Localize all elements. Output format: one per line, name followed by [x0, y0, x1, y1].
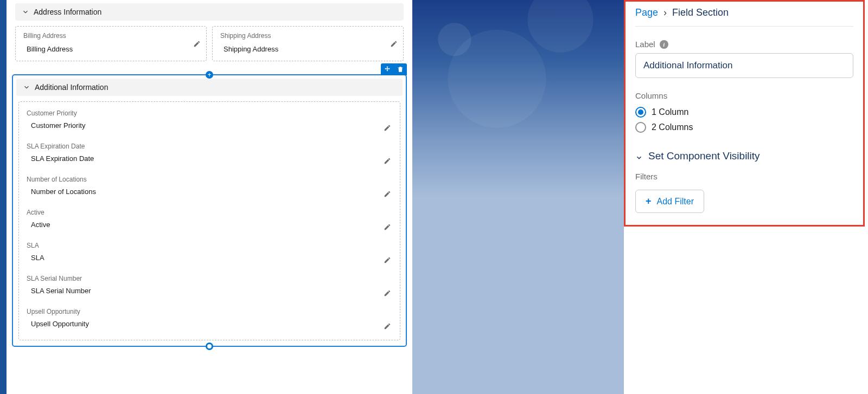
- info-icon[interactable]: i: [660, 40, 668, 49]
- property-label-text: Label: [635, 40, 655, 49]
- dot-icon: [207, 344, 212, 348]
- field-label: SLA Expiration Date: [27, 143, 392, 150]
- component-visibility-toggle[interactable]: Set Component Visibility: [635, 135, 853, 162]
- pencil-icon[interactable]: [384, 289, 391, 297]
- field-value: Customer Priority: [27, 117, 392, 135]
- plus-icon: +: [646, 196, 652, 207]
- visibility-title: Set Component Visibility: [648, 150, 760, 162]
- pencil-icon[interactable]: [384, 190, 391, 198]
- radio-label: 1 Column: [652, 107, 688, 117]
- pencil-icon[interactable]: [193, 40, 201, 48]
- label-property: Label i: [635, 27, 853, 78]
- field-shipping-address[interactable]: Shipping Address Shipping Address: [212, 26, 404, 61]
- field-label: SLA Serial Number: [27, 275, 392, 282]
- delete-button[interactable]: [394, 63, 407, 75]
- field-value: SLA: [27, 249, 392, 267]
- field-value: Shipping Address: [220, 45, 395, 53]
- pencil-icon[interactable]: [384, 124, 391, 132]
- field-sla[interactable]: SLA SLA: [24, 236, 394, 269]
- field-active[interactable]: Active Active: [24, 203, 394, 236]
- selection-toolbar: [381, 63, 407, 75]
- field-sla-expiration-date[interactable]: SLA Expiration Date SLA Expiration Date: [24, 137, 394, 170]
- breadcrumb: Page › Field Section: [635, 4, 853, 27]
- field-label: Active: [27, 209, 392, 216]
- field-value: Billing Address: [23, 45, 199, 53]
- add-filter-label: Add Filter: [657, 197, 694, 206]
- breadcrumb-current: Field Section: [672, 7, 729, 18]
- breadcrumb-separator: ›: [663, 7, 667, 18]
- background-decoration: [412, 0, 624, 394]
- field-customer-priority[interactable]: Customer Priority Customer Priority: [24, 104, 394, 137]
- chevron-down-icon: [635, 152, 643, 160]
- field-value: Upsell Opportunity: [27, 315, 392, 333]
- field-sla-serial-number[interactable]: SLA Serial Number SLA Serial Number: [24, 269, 394, 302]
- field-value: Number of Locations: [27, 183, 392, 201]
- breadcrumb-page-link[interactable]: Page: [635, 7, 658, 18]
- insert-above-button[interactable]: +: [206, 71, 213, 79]
- address-fields-row: Billing Address Billing Address Shipping…: [15, 21, 404, 64]
- pencil-icon[interactable]: [384, 322, 391, 330]
- field-label: Upsell Opportunity: [27, 308, 392, 315]
- property-label-text: Columns: [635, 91, 667, 100]
- columns-property: Columns 1 Column 2 Columns: [635, 78, 853, 135]
- insert-below-button[interactable]: [206, 343, 213, 350]
- label-input[interactable]: [635, 53, 853, 78]
- property-label-row: Label i: [635, 40, 853, 49]
- highlighted-region: Page › Field Section Label i Columns 1 C…: [624, 0, 865, 227]
- property-label-text: Filters: [635, 172, 658, 181]
- radio-1-column[interactable]: 1 Column: [635, 105, 853, 120]
- fields-container: Customer Priority Customer Priority SLA …: [18, 101, 400, 340]
- move-button[interactable]: [381, 63, 394, 75]
- section-title: Additional Information: [35, 83, 108, 92]
- section-header-additional[interactable]: Additional Information: [16, 79, 403, 96]
- pencil-icon[interactable]: [390, 40, 398, 48]
- add-filter-button[interactable]: + Add Filter: [635, 190, 704, 213]
- chevron-down-icon: [23, 83, 30, 91]
- field-billing-address[interactable]: Billing Address Billing Address: [15, 26, 207, 61]
- field-label: Number of Locations: [27, 176, 392, 183]
- radio-label: 2 Columns: [652, 122, 693, 132]
- field-number-of-locations[interactable]: Number of Locations Number of Locations: [24, 170, 394, 203]
- property-label-row: Filters: [635, 172, 853, 181]
- pencil-icon[interactable]: [384, 223, 391, 231]
- section-title: Address Information: [34, 8, 101, 16]
- field-label: Shipping Address: [220, 32, 395, 40]
- field-label: Customer Priority: [27, 109, 392, 117]
- chevron-down-icon: [22, 8, 29, 16]
- section-header-address[interactable]: Address Information: [15, 3, 404, 21]
- field-value: SLA Expiration Date: [27, 150, 392, 168]
- plus-icon: +: [207, 72, 211, 78]
- section-additional-information-selected[interactable]: + Additional Information Customer Priori…: [12, 74, 407, 347]
- section-address-information: Address Information Billing Address Bill…: [12, 0, 407, 68]
- layout-canvas: Address Information Billing Address Bill…: [0, 0, 412, 394]
- properties-panel: Page › Field Section Label i Columns 1 C…: [624, 0, 868, 394]
- radio-2-columns[interactable]: 2 Columns: [635, 120, 853, 135]
- field-label: SLA: [27, 242, 392, 249]
- field-upsell-opportunity[interactable]: Upsell Opportunity Upsell Opportunity: [24, 302, 394, 335]
- radio-icon: [635, 107, 646, 118]
- pencil-icon[interactable]: [384, 256, 391, 264]
- pencil-icon[interactable]: [384, 157, 391, 165]
- field-label: Billing Address: [23, 32, 199, 40]
- field-value: SLA Serial Number: [27, 282, 392, 300]
- property-label-row: Columns: [635, 91, 853, 100]
- radio-icon: [635, 122, 646, 133]
- filters-property: Filters + Add Filter: [635, 162, 853, 213]
- field-value: Active: [27, 216, 392, 234]
